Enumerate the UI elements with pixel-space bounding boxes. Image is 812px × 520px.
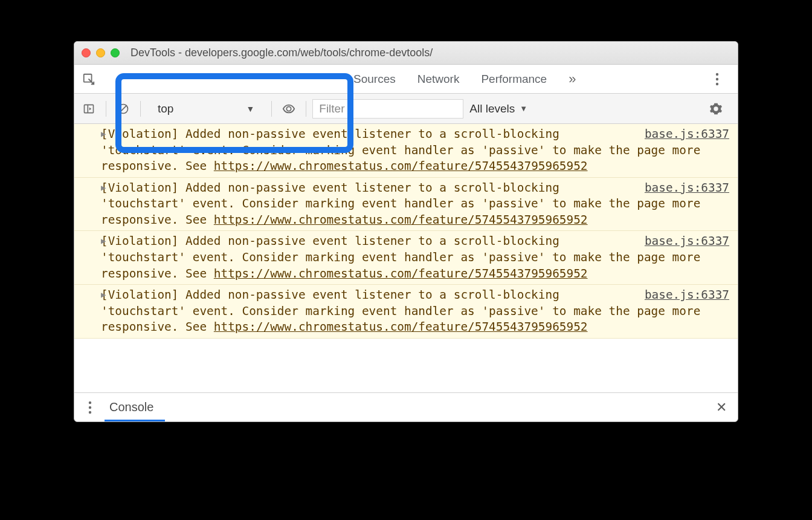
titlebar: DevTools - developers.google.com/web/too… <box>74 42 738 65</box>
traffic-lights <box>82 48 120 57</box>
more-tabs-chevron-icon[interactable]: » <box>569 71 576 87</box>
svg-rect-4 <box>85 105 94 112</box>
kebab-menu-icon[interactable] <box>706 69 728 89</box>
svg-point-8 <box>89 406 91 408</box>
panel-tabs: Sources Network Performance <box>353 73 547 86</box>
drawer-menu-icon[interactable] <box>79 397 101 418</box>
live-expression-icon[interactable] <box>278 99 300 119</box>
console-settings-gear-icon[interactable] <box>705 99 727 119</box>
drawer-bar: Console ✕ <box>74 392 738 421</box>
console-message[interactable]: ▶ base.js:6337 [Violation] Added non-pas… <box>74 124 738 178</box>
execution-context-label: top <box>158 102 173 115</box>
disclosure-icon[interactable]: ▶ <box>101 182 106 193</box>
disclosure-icon[interactable]: ▶ <box>101 235 106 247</box>
console-message[interactable]: ▶ base.js:6337 [Violation] Added non-pas… <box>74 178 738 232</box>
message-source-link[interactable]: base.js:6337 <box>645 126 729 143</box>
maximize-window-button[interactable] <box>111 48 120 57</box>
inspect-element-icon[interactable] <box>78 69 100 89</box>
message-inline-link[interactable]: https://www.chromestatus.com/feature/574… <box>214 159 588 173</box>
console-message[interactable]: ▶ base.js:6337 [Violation] Added non-pas… <box>74 285 738 339</box>
close-drawer-icon[interactable]: ✕ <box>716 400 727 415</box>
minimize-window-button[interactable] <box>96 48 105 57</box>
disclosure-icon[interactable]: ▶ <box>101 128 106 140</box>
separator <box>140 101 141 117</box>
separator <box>106 101 106 117</box>
svg-point-9 <box>89 411 91 413</box>
console-toolbar: top ▼ All levels ▼ <box>74 94 738 124</box>
filter-input-wrap[interactable] <box>312 99 463 119</box>
message-inline-link[interactable]: https://www.chromestatus.com/feature/574… <box>214 267 588 281</box>
svg-point-6 <box>287 106 291 111</box>
panel-tab-row: Sources Network Performance » <box>74 65 738 94</box>
message-inline-link[interactable]: https://www.chromestatus.com/feature/574… <box>214 213 588 227</box>
dropdown-icon: ▼ <box>520 104 527 113</box>
message-source-link[interactable]: base.js:6337 <box>645 287 729 304</box>
disclosure-icon[interactable]: ▶ <box>101 289 106 301</box>
message-source-link[interactable]: base.js:6337 <box>645 233 729 250</box>
separator <box>271 101 272 117</box>
message-source-link[interactable]: base.js:6337 <box>645 180 729 197</box>
log-levels-label: All levels <box>469 102 515 115</box>
svg-point-1 <box>716 73 718 75</box>
window-title: DevTools - developers.google.com/web/too… <box>130 47 433 59</box>
toggle-sidebar-icon[interactable] <box>78 99 100 119</box>
svg-point-2 <box>716 77 718 80</box>
console-messages[interactable]: ▶ base.js:6337 [Violation] Added non-pas… <box>74 124 738 392</box>
tab-performance[interactable]: Performance <box>481 73 547 86</box>
console-message[interactable]: ▶ base.js:6337 [Violation] Added non-pas… <box>74 231 738 285</box>
svg-point-3 <box>716 82 718 85</box>
separator <box>306 101 306 117</box>
tab-network[interactable]: Network <box>417 73 460 86</box>
tab-sources[interactable]: Sources <box>353 73 396 86</box>
devtools-window: DevTools - developers.google.com/web/too… <box>74 41 738 422</box>
filter-input[interactable] <box>319 102 457 115</box>
log-levels-select[interactable]: All levels ▼ <box>469 102 527 115</box>
dropdown-icon: ▼ <box>246 104 254 114</box>
svg-point-7 <box>89 401 91 403</box>
close-window-button[interactable] <box>82 48 91 57</box>
clear-console-icon[interactable] <box>112 99 134 119</box>
execution-context-select[interactable]: top ▼ <box>147 102 265 115</box>
drawer-tab-console[interactable]: Console <box>109 400 153 414</box>
message-inline-link[interactable]: https://www.chromestatus.com/feature/574… <box>214 320 588 334</box>
